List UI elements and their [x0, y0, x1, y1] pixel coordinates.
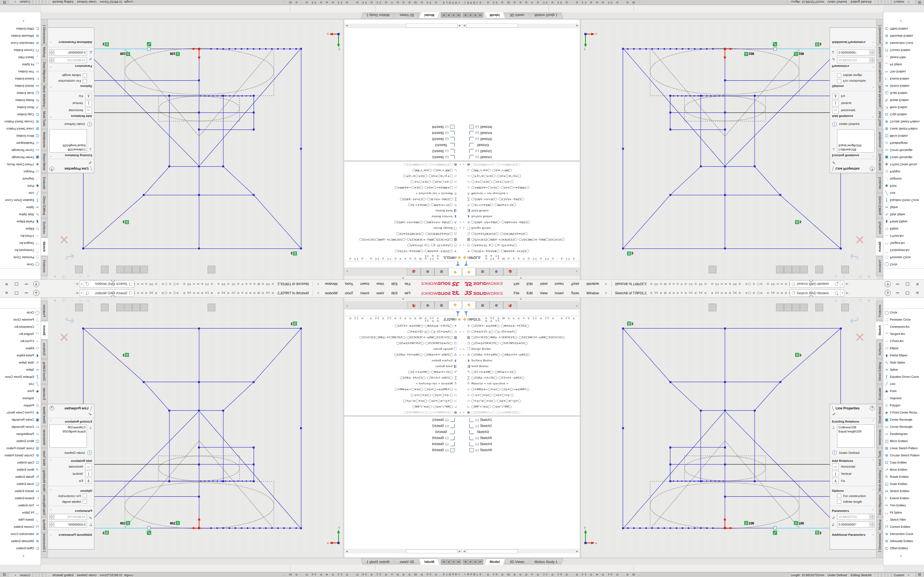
command-tab-mesh-modeling[interactable]: Mesh Modeling [41, 469, 48, 493]
pin-menu-icon[interactable]: ➢ [603, 281, 608, 287]
tree-item-garbled-history[interactable]: ▸ ◴ ◯Λж◎✛25◦ʒ◯◦◯ʒ◦25✛◎жΛ◯ [344, 243, 462, 248]
sketch-vertices[interactable] [82, 48, 302, 250]
expand-arrow-icon[interactable]: ▸ [462, 163, 466, 166]
command-tab-sketch[interactable]: Sketch [876, 238, 883, 256]
markup-tool-icon[interactable] [539, 566, 546, 572]
menu-view[interactable]: View [536, 291, 551, 295]
add-relations-header[interactable]: Add Relations⌃ [48, 458, 94, 463]
tool-scale-entities[interactable]: ◱ Scale Entities [0, 90, 41, 97]
relation-badge-equal-109b[interactable]: 109 [120, 52, 130, 56]
tab-scroll-first[interactable]: |◀ [457, 559, 462, 565]
menu-tools[interactable]: Tools [567, 282, 583, 286]
command-tab-mold-tools[interactable]: Mold Tools [41, 448, 48, 469]
tool-overflow-chevron-icon[interactable]: » [21, 18, 25, 24]
tool-center-rectangle[interactable]: ▣ Center Rectangle [0, 416, 41, 423]
tree-tab-dimxpert[interactable]: ⊕ [421, 268, 435, 276]
add-relation-vertical[interactable]: | Vertical [48, 100, 94, 107]
tree-rollback-bar[interactable] [344, 161, 462, 161]
option-infinite-length[interactable]: Infinite length [48, 499, 94, 504]
status-corner-icon[interactable]: ▤ [917, 572, 922, 577]
markup-tool-icon[interactable] [392, 6, 399, 12]
tree-filter-input[interactable] [470, 309, 578, 316]
restore-button[interactable] [904, 281, 911, 287]
tool-overflow-chevron-icon[interactable]: » [899, 553, 903, 559]
tree-item-sketch6-active[interactable]: (-) Sketch6 [344, 124, 462, 130]
markup-tool-icon[interactable] [392, 566, 399, 572]
blue-sketch-entities[interactable] [83, 328, 301, 528]
tool-silhouette-entities[interactable]: ⊜ Silhouette Entities [0, 537, 41, 545]
toolbar-grip[interactable]: ⋮ [464, 7, 466, 10]
add-relations-header[interactable]: Add Relations⌃ [830, 458, 876, 463]
tool-mirror-entities[interactable]: ◫ Mirror Entities [883, 132, 924, 140]
tree-item-design-binder[interactable]: ▸ ❒ Design Binder [462, 346, 580, 352]
tree-item-surface-bodies[interactable]: ◗ Surface Bodies [344, 358, 462, 363]
relation-badge-collinear-3c[interactable]: 3 [816, 531, 821, 535]
menu-tools[interactable]: Tools [567, 291, 583, 295]
tree-item-sketch3[interactable]: Sketch3 [344, 142, 462, 148]
markup-tool-icon[interactable] [468, 566, 475, 572]
tree-item-garbled-annotations[interactable]: ▸ A ◯25И◎◦✛Α✛◎ИΑ◯◦◯ΑИ◎✛Α✛◦◎И52◯ [344, 352, 462, 358]
tool-trim-entities[interactable]: ✂ Trim Entities [0, 502, 41, 509]
motion-study-tab[interactable]: Motion Study 1 [529, 12, 563, 18]
command-tab-markup[interactable]: Markup [876, 517, 883, 532]
tool-tangent-arc[interactable]: ◠ Tangent Arc [883, 240, 924, 247]
relation-entry-equal-length[interactable]: Equal length109 [838, 429, 873, 434]
command-tab-evaluate[interactable]: Evaluate [876, 173, 883, 193]
sketch-vertices[interactable] [622, 327, 842, 529]
tree-item-sketch4[interactable]: (-) Sketch4 [462, 441, 580, 447]
tool-tangent-arc[interactable]: ◠ Tangent Arc [0, 330, 41, 337]
option-for-construction[interactable]: For construction [830, 493, 876, 499]
tool-copy-entities[interactable]: ⊡ Copy Entities [883, 459, 924, 466]
tree-tab-displaymanager[interactable]: ⊞ [435, 301, 448, 309]
command-tab-weldments[interactable]: Weldments [876, 427, 883, 448]
menu-file[interactable]: File [510, 291, 523, 295]
angle-spinner[interactable]: ▴▾ [50, 50, 53, 55]
menu-window[interactable]: Window [321, 282, 341, 286]
tool-move-entities[interactable]: ↗ Move Entities [883, 104, 924, 111]
option-for-construction[interactable]: For construction [830, 78, 876, 84]
checkbox[interactable] [837, 500, 841, 504]
tree-item-sketch5[interactable]: (-) Sketch5 [344, 136, 462, 142]
motion-study-tab[interactable]: Motion Study 1 [529, 559, 563, 565]
close-button[interactable]: ✕ [3, 281, 10, 287]
length-parameter-input[interactable]: 10.88152731 [54, 514, 87, 520]
command-tab-evaluate[interactable]: Evaluate [41, 384, 48, 404]
relation-entry-equal-length[interactable]: Equal length109 [51, 143, 86, 148]
tool-3-point-center-rectangle[interactable]: ◈ 3 Point Center Recta... [883, 409, 924, 416]
expand-arrow-icon[interactable]: ▸ [458, 353, 462, 356]
help-icon[interactable]: ? [884, 281, 891, 287]
collapse-icon[interactable]: ⌃ [872, 154, 874, 157]
tree-item-garbled-annotations[interactable]: ▸ A ◯25И◎◦✛Α✛◎ИΑ◯◦◯ΑИ◎✛Α✛◦◎И52◯ [344, 219, 462, 225]
checkbox[interactable] [837, 79, 841, 83]
relation-badge-collinear-3c[interactable]: 3 [816, 42, 821, 46]
tree-root-item[interactable]: ❖ тЯPDLЅ. ◎ ЗЄ ◎ Ш ◎ ◎ ◎ ✛ ◎ ƆϹ ◎ ЗЄ ◎ ·… [344, 316, 462, 323]
parameters-header[interactable]: Parameters⌃ [830, 508, 876, 513]
tool-style-spline[interactable]: ∿ Style Spline [0, 211, 41, 218]
tool-perimeter-circle[interactable]: ◌ Perimeter Circle [0, 254, 41, 261]
tree-item-design-binder[interactable]: ▸ ❒ Design Binder [344, 346, 462, 352]
tool-3-point-center-rectangle[interactable]: ◈ 3 Point Center Recta... [883, 161, 924, 168]
command-tab-sketch[interactable]: Sketch [41, 238, 48, 256]
tool-3-point-arc[interactable]: ⌢ 3 Point Arc [0, 337, 41, 345]
3d-views-tab[interactable]: 3D Views [504, 12, 530, 18]
menu-insert[interactable]: Insert [357, 291, 373, 295]
markup-tool-icon[interactable] [510, 566, 518, 572]
tool-ellipse[interactable]: ⬭ Ellipse [883, 225, 924, 232]
tree-item-garbled-annotations[interactable]: ▸ A ◯25И◎◦✛Α✛◎ИΑ◯◦◯ΑИ◎✛Α✛◦◎И52◯ [462, 352, 580, 358]
relation-button-icon[interactable]: ⚓ [85, 93, 92, 99]
markup-tool-icon[interactable] [399, 566, 406, 572]
accept-checkmark-icon[interactable]: ✔ [48, 411, 94, 418]
blue-sketch-entities[interactable] [623, 49, 841, 249]
tree-horizontal-scrollbar[interactable]: ◀ ▶ [344, 549, 462, 553]
tool-move-entities[interactable]: ↗ Move Entities [0, 466, 41, 473]
motion-study-tab[interactable]: Motion Study 1 [361, 559, 395, 565]
tool-stretch-entities[interactable]: ↔ Stretch Entities [0, 82, 41, 90]
property-manager-help-icon[interactable]: ? [870, 406, 874, 411]
tree-item-material[interactable]: ≛ Material < not specified > [344, 191, 462, 197]
tool-corner-rectangle[interactable]: ▭ Corner Rectangle [0, 147, 41, 154]
tree-horizontal-scrollbar[interactable]: ◀ ▶ [344, 24, 462, 28]
markup-tool-icon[interactable] [420, 566, 428, 572]
tool-intersection-curve[interactable]: ≋ Intersection Curve [0, 530, 41, 537]
options-header[interactable]: Options⌃ [48, 84, 94, 90]
accept-checkmark-icon[interactable]: ✔ [830, 411, 876, 418]
